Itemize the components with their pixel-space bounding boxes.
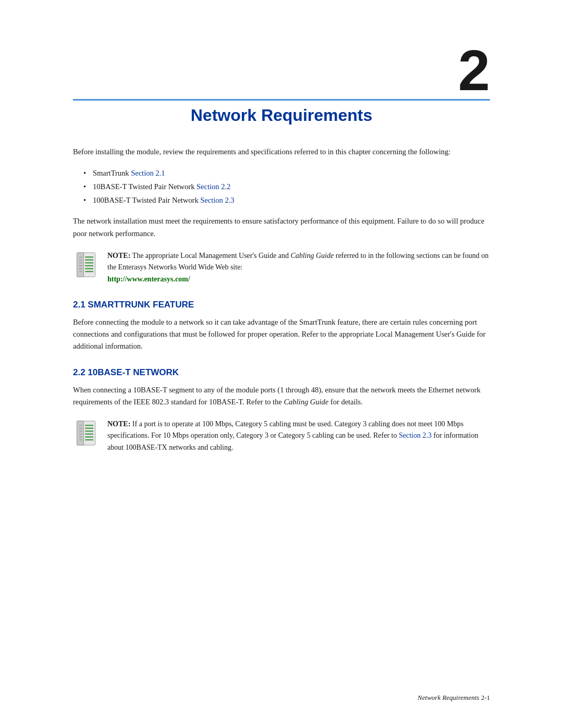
bullet-text-2: 10BASE-T Twisted Pair Network [93,182,197,191]
list-item: SmartTrunk Section 2.1 [83,166,490,180]
note-content-1: NOTE: The appropriate Local Management U… [107,250,490,285]
intro-paragraph: Before installing the module, review the… [73,146,490,158]
note-italic-1: Cabling Guide [290,252,334,260]
section-2-1-text: Before connecting the module to a networ… [73,316,490,353]
note-label-2: NOTE: [107,420,130,428]
section-2-2-text: When connecting a 10BASE-T segment to an… [73,384,490,408]
page-footer: Network Requirements 2-1 [418,694,490,702]
enterasys-link[interactable]: http://www.enterasys.com/ [107,275,190,283]
note-text-1: The appropriate Local Management User's … [132,252,291,260]
list-item: 10BASE-T Twisted Pair Network Section 2.… [83,180,490,193]
chapter-number: 2 [73,42,490,99]
note-icon-1 [73,250,100,277]
footer-italic: Network Requirements [418,694,479,701]
section-2-1-container: 2.1 SMARTTRUNK FEATURE Before connecting… [73,300,490,353]
note-label-1: NOTE: [107,252,130,260]
page: 2 Network Requirements Before installing… [0,0,563,728]
chapter-divider [73,99,490,101]
section-2-1-link[interactable]: Section 2.1 [131,169,165,177]
note-content-2: NOTE: If a port is to operate at 100 Mbp… [107,418,490,453]
chapter-title: Network Requirements [73,106,490,125]
section-2-3-link[interactable]: Section 2.3 [200,196,234,204]
section-2-2-text-part1: When connecting a 10BASE-T segment to an… [73,386,481,406]
section-2-2-link[interactable]: Section 2.2 [197,182,230,191]
note-box-1: NOTE: The appropriate Local Management U… [73,250,490,285]
footer-page: 2-1 [481,694,490,701]
bullet-text-1: SmartTrunk [93,169,131,177]
network-paragraph: The network installation must meet the r… [73,215,490,239]
list-item: 100BASE-T Twisted Pair Network Section 2… [83,193,490,207]
section-2-2-container: 2.2 10BASE-T NETWORK When connecting a 1… [73,367,490,408]
section-2-2-text-part2: for details. [331,398,363,406]
section-2-2-italic: Cabling Guide [284,398,328,406]
intro-bullet-list: SmartTrunk Section 2.1 10BASE-T Twisted … [83,166,490,207]
note-icon-2 [73,418,100,446]
svg-rect-1 [77,253,83,277]
note-box-2: NOTE: If a port is to operate at 100 Mbp… [73,418,490,453]
section-2-2-heading: 2.2 10BASE-T NETWORK [73,367,490,378]
section-2-1-heading: 2.1 SMARTTRUNK FEATURE [73,300,490,310]
section-2-3-link-note[interactable]: Section 2.3 [399,431,432,439]
svg-rect-15 [77,421,83,445]
bullet-text-3: 100BASE-T Twisted Pair Network [93,196,200,204]
